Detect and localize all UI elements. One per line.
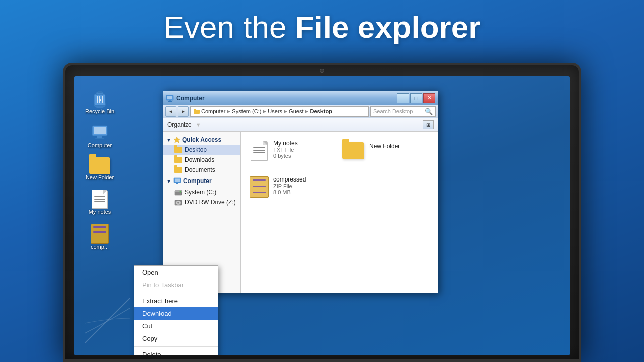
computer-sidebar-icon xyxy=(173,177,181,185)
svg-rect-15 xyxy=(168,101,172,102)
view-toggle-button[interactable]: ⊞ xyxy=(423,120,434,129)
svg-rect-13 xyxy=(167,96,172,99)
back-button[interactable]: ◂ xyxy=(165,106,176,117)
desktop-icon-my-notes-label: My notes xyxy=(89,209,111,215)
window-title: Computer xyxy=(176,95,394,102)
breadcrumb-sep4: ▶ xyxy=(305,109,308,114)
close-button[interactable]: ✕ xyxy=(423,93,435,103)
sidebar-item-system-c[interactable]: System (C:) xyxy=(163,187,240,197)
context-menu-open[interactable]: Open xyxy=(134,266,218,279)
sidebar-computer-header[interactable]: ▼ Computer xyxy=(163,175,240,187)
compressed-filename: compressed xyxy=(273,176,306,183)
desktop-icon-recycle-bin-label: Recycle Bin xyxy=(85,108,114,114)
context-menu-cut[interactable]: Cut xyxy=(134,320,218,332)
computer-arrow: ▼ xyxy=(166,178,171,184)
quick-access-label: Quick Access xyxy=(182,136,221,143)
new-folder-filename: New Folder xyxy=(369,143,400,150)
desktop-icon-computer[interactable]: Computer xyxy=(84,123,116,148)
search-icon[interactable]: 🔍 xyxy=(425,108,433,115)
context-menu-separator-2 xyxy=(134,346,218,347)
sidebar-item-documents[interactable]: Documents xyxy=(163,165,240,175)
folder-address-icon xyxy=(194,108,200,114)
compressed-info: compressed ZIP File 8.0 MB xyxy=(273,176,306,195)
context-menu-extract-here[interactable]: Extract here xyxy=(134,295,218,307)
svg-text:3: 3 xyxy=(99,98,101,102)
explorer-window: Computer — □ ✕ ◂ ▸ Computer ▶ xyxy=(163,90,438,293)
desktop-icon-compressed-label: comp... xyxy=(91,244,109,250)
desktop-icon-new-folder-label: New Folder xyxy=(86,174,114,180)
sidebar-documents-label: Documents xyxy=(185,166,215,173)
svg-point-28 xyxy=(177,202,179,203)
window-controls: — □ ✕ xyxy=(397,93,435,103)
compressed-filesize: 8.0 MB xyxy=(273,189,306,195)
minimize-button[interactable]: — xyxy=(397,93,409,103)
new-folder-icon xyxy=(89,157,110,174)
svg-rect-3 xyxy=(98,90,102,93)
new-folder-file-icon-container xyxy=(341,140,365,162)
svg-rect-9 xyxy=(94,127,106,134)
sidebar-quick-access-header[interactable]: ▼ Quick Access xyxy=(163,135,240,145)
drive-icon-c xyxy=(174,189,182,196)
sidebar-item-downloads[interactable]: Downloads xyxy=(163,155,240,165)
context-menu-delete[interactable]: Delete xyxy=(134,348,218,355)
maximize-button[interactable]: □ xyxy=(410,93,422,103)
file-item-compressed[interactable]: compressed ZIP File 8.0 MB xyxy=(247,174,335,200)
context-menu-copy[interactable]: Copy xyxy=(134,332,218,345)
toolbar-separator: ▼ xyxy=(196,122,201,128)
header-text-bold: File explorer xyxy=(295,10,481,44)
desktop-icon-compressed[interactable]: comp... xyxy=(84,224,116,250)
context-menu-download[interactable]: Download xyxy=(134,307,218,320)
sidebar-system-c-label: System (C:) xyxy=(185,189,216,196)
search-bar[interactable]: Search Desktop 🔍 xyxy=(370,106,436,117)
organize-button[interactable]: Organize xyxy=(167,121,192,128)
svg-rect-11 xyxy=(95,138,104,139)
sidebar-item-desktop[interactable]: Desktop xyxy=(163,145,240,155)
window-title-icon xyxy=(166,94,174,102)
context-menu: Open Pin to Taskbar Extract here Downloa… xyxy=(134,265,218,355)
file-item-my-notes[interactable]: My notes TXT File 0 bytes xyxy=(247,138,335,164)
downloads-folder-icon xyxy=(174,157,182,163)
breadcrumb-sep1: ▶ xyxy=(227,109,230,114)
breadcrumb-computer: Computer xyxy=(201,108,225,114)
svg-rect-14 xyxy=(169,100,171,101)
quick-access-star-icon xyxy=(173,136,180,143)
svg-point-25 xyxy=(180,191,181,192)
new-folder-info: New Folder xyxy=(369,140,400,150)
documents-folder-icon xyxy=(174,167,182,173)
desktop-icon-recycle-bin[interactable]: 3 Recycle Bin xyxy=(84,89,116,114)
zip-file-icon xyxy=(250,176,269,198)
address-bar[interactable]: Computer ▶ System (C:) ▶ Users ▶ Guest ▶… xyxy=(190,106,369,117)
desktop-icon-my-notes[interactable]: My notes xyxy=(84,190,116,215)
context-menu-pin-taskbar: Pin to Taskbar xyxy=(134,279,218,291)
svg-rect-20 xyxy=(175,179,180,182)
file-area: My notes TXT File 0 bytes xyxy=(241,132,438,293)
navigation-bar: ◂ ▸ Computer ▶ System (C:) ▶ Users ▶ Gue… xyxy=(163,105,438,118)
svg-rect-10 xyxy=(97,136,102,138)
file-item-new-folder[interactable]: New Folder xyxy=(339,138,422,164)
desktop-icons: 3 Recycle Bin Computer New Folde xyxy=(84,89,116,250)
desktop-folder-icon xyxy=(174,147,182,153)
desktop-icon-new-folder[interactable]: New Folder xyxy=(84,157,116,180)
sidebar-downloads-label: Downloads xyxy=(185,156,214,163)
breadcrumb-desktop: Desktop xyxy=(310,108,332,114)
computer-icon xyxy=(90,123,109,142)
quick-access-arrow: ▼ xyxy=(166,137,171,143)
breadcrumb-guest: Guest xyxy=(289,108,303,114)
header-text-normal: Even the xyxy=(164,10,295,44)
title-bar: Computer — □ ✕ xyxy=(163,91,438,105)
device-screen: 3 Recycle Bin Computer New Folde xyxy=(74,76,570,355)
sidebar-item-dvd[interactable]: DVD RW Drive (Z:) xyxy=(163,197,240,207)
breadcrumb-system: System (C:) xyxy=(232,108,261,114)
device-frame: 3 Recycle Bin Computer New Folde xyxy=(63,63,581,362)
my-notes-icon xyxy=(92,190,108,209)
camera-dot xyxy=(320,69,324,73)
compressed-filetype: ZIP File xyxy=(273,183,306,189)
desktop-icon-computer-label: Computer xyxy=(88,142,112,148)
breadcrumb-sep2: ▶ xyxy=(263,109,266,114)
my-notes-filetype: TXT File xyxy=(273,147,298,153)
recycle-bin-icon: 3 xyxy=(90,89,109,108)
my-notes-info: My notes TXT File 0 bytes xyxy=(273,140,298,159)
new-folder-file-icon xyxy=(342,142,364,159)
forward-button[interactable]: ▸ xyxy=(178,106,189,117)
txt-file-icon xyxy=(251,141,268,161)
